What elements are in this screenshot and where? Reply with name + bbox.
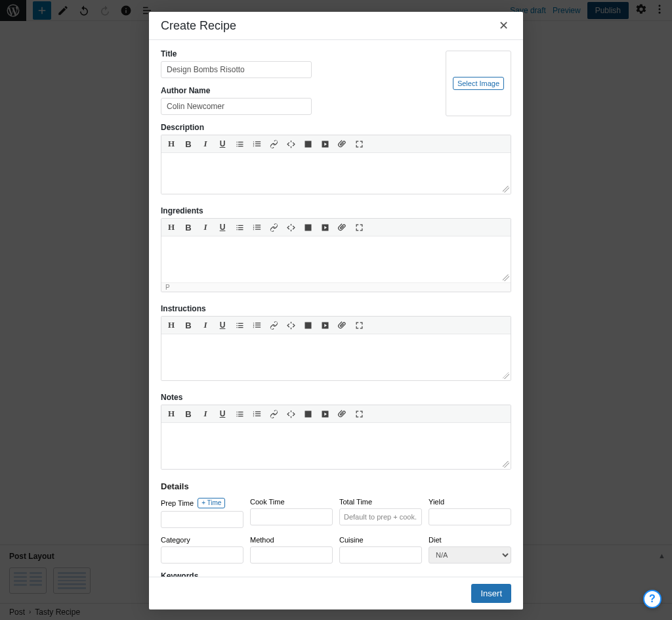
modal-title: Create Recipe <box>161 19 236 33</box>
underline-icon[interactable]: U <box>217 408 228 420</box>
insert-button[interactable]: Insert <box>471 584 511 603</box>
yield-input[interactable] <box>429 508 511 525</box>
unlink-icon[interactable] <box>285 138 297 150</box>
video-icon[interactable] <box>319 138 331 150</box>
bullet-list-icon[interactable] <box>234 138 245 150</box>
bold-icon[interactable]: B <box>182 138 194 150</box>
add-time-button[interactable]: + Time <box>198 498 225 508</box>
category-input[interactable] <box>161 546 243 564</box>
instructions-editor: H B I U <box>161 316 511 381</box>
diet-select[interactable]: N/A <box>429 546 511 564</box>
attachment-icon[interactable] <box>336 319 348 331</box>
method-label: Method <box>250 536 333 544</box>
ingredients-label: Ingredients <box>161 206 511 215</box>
resize-handle-icon[interactable] <box>503 275 509 281</box>
image-icon[interactable] <box>302 408 314 420</box>
method-input[interactable] <box>250 546 333 564</box>
video-icon[interactable] <box>319 319 331 331</box>
select-image-button[interactable]: Select Image <box>453 77 504 90</box>
modal-overlay[interactable]: Create Recipe ✕ Title Author Name Sele <box>0 0 672 620</box>
underline-icon[interactable]: U <box>217 221 228 233</box>
video-icon[interactable] <box>319 408 331 420</box>
number-list-icon[interactable] <box>251 408 262 420</box>
close-icon[interactable]: ✕ <box>495 18 511 33</box>
yield-label: Yield <box>429 498 511 506</box>
author-input[interactable] <box>161 98 312 115</box>
link-icon[interactable] <box>268 221 280 233</box>
ingredients-textarea[interactable] <box>161 236 511 282</box>
total-time-input[interactable] <box>339 508 422 525</box>
resize-handle-icon[interactable] <box>503 461 509 468</box>
link-icon[interactable] <box>268 138 280 150</box>
number-list-icon[interactable] <box>251 138 262 150</box>
italic-icon[interactable]: I <box>200 408 211 420</box>
description-label: Description <box>161 123 511 132</box>
link-icon[interactable] <box>268 319 280 331</box>
description-textarea[interactable] <box>161 153 511 194</box>
total-time-label: Total Time <box>339 498 422 506</box>
instructions-label: Instructions <box>161 304 511 313</box>
cook-time-label: Cook Time <box>250 498 333 506</box>
diet-label: Diet <box>429 536 511 544</box>
italic-icon[interactable]: I <box>200 138 211 150</box>
attachment-icon[interactable] <box>336 221 348 233</box>
details-heading: Details <box>161 481 511 491</box>
prep-time-label: Prep Time <box>161 499 194 507</box>
category-label: Category <box>161 536 243 544</box>
recipe-image-box: Select Image <box>446 51 511 116</box>
fullscreen-icon[interactable] <box>353 221 365 233</box>
author-label: Author Name <box>161 86 432 95</box>
bold-icon[interactable]: B <box>182 319 194 331</box>
image-icon[interactable] <box>302 138 314 150</box>
title-label: Title <box>161 49 432 58</box>
bullet-list-icon[interactable] <box>234 408 245 420</box>
create-recipe-modal: Create Recipe ✕ Title Author Name Sele <box>149 12 523 609</box>
description-editor: H B I U <box>161 135 511 194</box>
heading-icon[interactable]: H <box>165 408 177 420</box>
image-icon[interactable] <box>302 221 314 233</box>
underline-icon[interactable]: U <box>217 319 228 331</box>
bullet-list-icon[interactable] <box>234 319 245 331</box>
instructions-textarea[interactable] <box>161 334 511 380</box>
description-toolbar: H B I U <box>161 135 511 153</box>
fullscreen-icon[interactable] <box>353 319 365 331</box>
fullscreen-icon[interactable] <box>353 138 365 150</box>
heading-icon[interactable]: H <box>165 319 177 331</box>
notes-textarea[interactable] <box>161 423 511 469</box>
title-input[interactable] <box>161 61 312 78</box>
cuisine-input[interactable] <box>339 546 422 564</box>
bold-icon[interactable]: B <box>182 221 194 233</box>
resize-handle-icon[interactable] <box>503 186 509 192</box>
prep-time-input[interactable] <box>161 511 243 528</box>
help-icon[interactable]: ? <box>643 590 662 608</box>
resize-handle-icon[interactable] <box>503 372 509 379</box>
bold-icon[interactable]: B <box>182 408 194 420</box>
cuisine-label: Cuisine <box>339 536 422 544</box>
number-list-icon[interactable] <box>251 221 262 233</box>
unlink-icon[interactable] <box>285 319 297 331</box>
bullet-list-icon[interactable] <box>234 221 245 233</box>
heading-icon[interactable]: H <box>165 138 177 150</box>
fullscreen-icon[interactable] <box>353 408 365 420</box>
image-icon[interactable] <box>302 319 314 331</box>
ingredients-editor: H B I U P <box>161 218 511 292</box>
unlink-icon[interactable] <box>285 221 297 233</box>
video-icon[interactable] <box>319 221 331 233</box>
italic-icon[interactable]: I <box>200 221 211 233</box>
keywords-label: Keywords <box>161 571 511 577</box>
unlink-icon[interactable] <box>285 408 297 420</box>
notes-label: Notes <box>161 393 511 402</box>
cook-time-input[interactable] <box>250 508 333 525</box>
heading-icon[interactable]: H <box>165 221 177 233</box>
ingredients-statusbar: P <box>161 282 511 292</box>
link-icon[interactable] <box>268 408 280 420</box>
underline-icon[interactable]: U <box>217 138 228 150</box>
italic-icon[interactable]: I <box>200 319 211 331</box>
attachment-icon[interactable] <box>336 408 348 420</box>
notes-editor: H B I U <box>161 405 511 470</box>
number-list-icon[interactable] <box>251 319 262 331</box>
attachment-icon[interactable] <box>336 138 348 150</box>
